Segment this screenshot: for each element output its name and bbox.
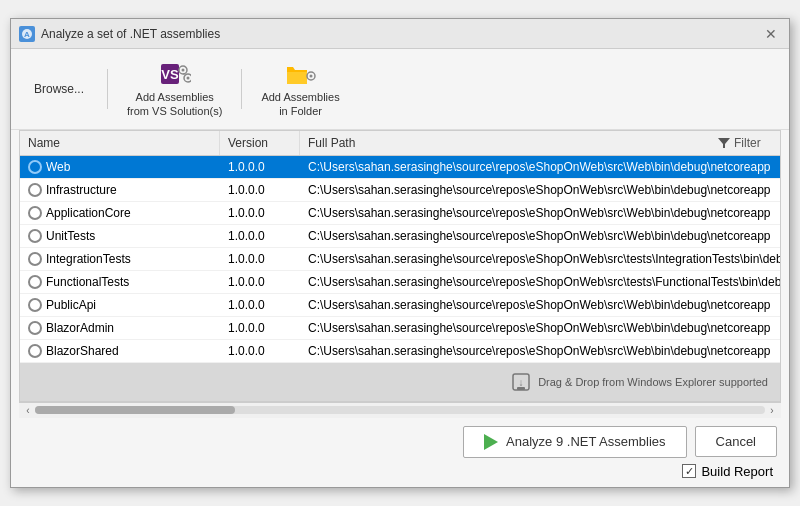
- add-vs-solution-button[interactable]: VS Add Assemblies from VS Solution(s): [116, 55, 233, 122]
- row-path-cell: C:\Users\sahan.serasinghe\source\repos\e…: [300, 271, 780, 293]
- toolbar: Browse... VS Add Assemblies from: [11, 49, 789, 129]
- row-version-cell: 1.0.0.0: [220, 317, 300, 339]
- scrollbar-thumb[interactable]: [35, 406, 235, 414]
- row-name-cell: UnitTests: [20, 225, 220, 247]
- svg-point-10: [309, 75, 312, 78]
- cancel-button[interactable]: Cancel: [695, 426, 777, 457]
- analyze-button[interactable]: Analyze 9 .NET Assemblies: [463, 426, 686, 458]
- dialog-icon: A: [19, 26, 35, 42]
- add-folder-label: Add Assemblies in Folder: [261, 91, 339, 117]
- table-row[interactable]: FunctionalTests1.0.0.0C:\Users\sahan.ser…: [20, 271, 780, 294]
- play-icon: [484, 434, 498, 450]
- row-name-cell: ApplicationCore: [20, 202, 220, 224]
- scroll-left-button[interactable]: ‹: [21, 403, 35, 417]
- scroll-right-button[interactable]: ›: [765, 403, 779, 417]
- table-row[interactable]: PublicApi1.0.0.0C:\Users\sahan.serasingh…: [20, 294, 780, 317]
- build-report-checkbox-label[interactable]: ✓ Build Report: [682, 464, 773, 479]
- table-header: Name Version Full Path Filter: [20, 131, 780, 156]
- row-name: FunctionalTests: [46, 275, 129, 289]
- row-path-cell: C:\Users\sahan.serasinghe\source\repos\e…: [300, 340, 780, 362]
- row-name: PublicApi: [46, 298, 96, 312]
- filter-icon: [718, 137, 730, 149]
- build-report-label: Build Report: [701, 464, 773, 479]
- row-version-cell: 1.0.0.0: [220, 179, 300, 201]
- row-name-cell: Web: [20, 156, 220, 178]
- row-name: Web: [46, 160, 70, 174]
- svg-rect-14: [517, 387, 525, 390]
- row-version-cell: 1.0.0.0: [220, 225, 300, 247]
- svg-text:↓: ↓: [519, 377, 524, 388]
- table-row[interactable]: Web1.0.0.0C:\Users\sahan.serasinghe\sour…: [20, 156, 780, 179]
- row-name: ApplicationCore: [46, 206, 131, 220]
- assembly-icon: [28, 229, 42, 243]
- dialog-title: Analyze a set of .NET assemblies: [41, 27, 220, 41]
- assembly-icon: [28, 183, 42, 197]
- close-button[interactable]: ✕: [761, 24, 781, 44]
- table-row[interactable]: ApplicationCore1.0.0.0C:\Users\sahan.ser…: [20, 202, 780, 225]
- browse-button[interactable]: Browse...: [19, 75, 99, 103]
- row-path-cell: C:\Users\sahan.serasinghe\source\repos\e…: [300, 294, 780, 316]
- table-row[interactable]: Infrastructure1.0.0.0C:\Users\sahan.sera…: [20, 179, 780, 202]
- row-version-cell: 1.0.0.0: [220, 248, 300, 270]
- drag-drop-label: Drag & Drop from Windows Explorer suppor…: [538, 376, 768, 388]
- vs-icon-area: VS: [159, 60, 191, 88]
- table-row[interactable]: IntegrationTests1.0.0.0C:\Users\sahan.se…: [20, 248, 780, 271]
- scrollbar-track[interactable]: [35, 406, 765, 414]
- assembly-icon: [28, 160, 42, 174]
- analyze-label: Analyze 9 .NET Assemblies: [506, 434, 665, 449]
- th-version: Version: [220, 131, 300, 155]
- row-name-cell: PublicApi: [20, 294, 220, 316]
- row-name: Infrastructure: [46, 183, 117, 197]
- footer: Analyze 9 .NET Assemblies Cancel ✓ Build…: [11, 418, 789, 487]
- row-path-cell: C:\Users\sahan.serasinghe\source\repos\e…: [300, 202, 780, 224]
- row-version-cell: 1.0.0.0: [220, 271, 300, 293]
- assemblies-table: Name Version Full Path Filter Web1.0.0.0…: [19, 130, 781, 402]
- th-name: Name: [20, 131, 220, 155]
- row-name: IntegrationTests: [46, 252, 131, 266]
- assembly-icon: [28, 321, 42, 335]
- row-name-cell: FunctionalTests: [20, 271, 220, 293]
- toolbar-separator-1: [107, 69, 108, 109]
- build-report-row: ✓ Build Report: [23, 464, 777, 479]
- row-name-cell: IntegrationTests: [20, 248, 220, 270]
- row-path-cell: C:\Users\sahan.serasinghe\source\repos\e…: [300, 248, 780, 270]
- filter-button[interactable]: Filter: [710, 131, 780, 155]
- table-body[interactable]: Web1.0.0.0C:\Users\sahan.serasinghe\sour…: [20, 156, 780, 363]
- build-report-checkbox[interactable]: ✓: [682, 464, 696, 478]
- row-path-cell: C:\Users\sahan.serasinghe\source\repos\e…: [300, 156, 780, 178]
- row-name-cell: BlazorAdmin: [20, 317, 220, 339]
- row-version-cell: 1.0.0.0: [220, 340, 300, 362]
- title-bar: A Analyze a set of .NET assemblies ✕: [11, 19, 789, 49]
- table-row[interactable]: BlazorShared1.0.0.0C:\Users\sahan.serasi…: [20, 340, 780, 363]
- browse-label: Browse...: [34, 82, 84, 96]
- row-version-cell: 1.0.0.0: [220, 156, 300, 178]
- add-vs-label: Add Assemblies from VS Solution(s): [127, 91, 222, 117]
- row-name-cell: BlazorShared: [20, 340, 220, 362]
- drag-drop-zone[interactable]: ↓ Drag & Drop from Windows Explorer supp…: [20, 363, 780, 401]
- row-name: UnitTests: [46, 229, 95, 243]
- drag-drop-icon: ↓: [510, 371, 532, 393]
- assembly-icon: [28, 252, 42, 266]
- svg-text:VS: VS: [161, 67, 179, 82]
- main-dialog: A Analyze a set of .NET assemblies ✕ Bro…: [10, 18, 790, 487]
- add-folder-button[interactable]: Add Assemblies in Folder: [250, 55, 350, 122]
- row-name: BlazorAdmin: [46, 321, 114, 335]
- assembly-icon: [28, 298, 42, 312]
- table-row[interactable]: BlazorAdmin1.0.0.0C:\Users\sahan.serasin…: [20, 317, 780, 340]
- toolbar-separator-2: [241, 69, 242, 109]
- table-row[interactable]: UnitTests1.0.0.0C:\Users\sahan.serasingh…: [20, 225, 780, 248]
- svg-marker-11: [718, 138, 730, 148]
- assembly-icon: [28, 206, 42, 220]
- svg-point-7: [186, 77, 189, 80]
- svg-text:A: A: [24, 30, 30, 39]
- footer-actions: Analyze 9 .NET Assemblies Cancel: [23, 426, 777, 458]
- folder-icon-area: [285, 60, 317, 88]
- horizontal-scrollbar[interactable]: ‹ ›: [19, 402, 781, 418]
- row-path-cell: C:\Users\sahan.serasinghe\source\repos\e…: [300, 179, 780, 201]
- row-name-cell: Infrastructure: [20, 179, 220, 201]
- row-path-cell: C:\Users\sahan.serasinghe\source\repos\e…: [300, 225, 780, 247]
- row-name: BlazorShared: [46, 344, 119, 358]
- assembly-icon: [28, 275, 42, 289]
- row-path-cell: C:\Users\sahan.serasinghe\source\repos\e…: [300, 317, 780, 339]
- svg-point-5: [181, 69, 184, 72]
